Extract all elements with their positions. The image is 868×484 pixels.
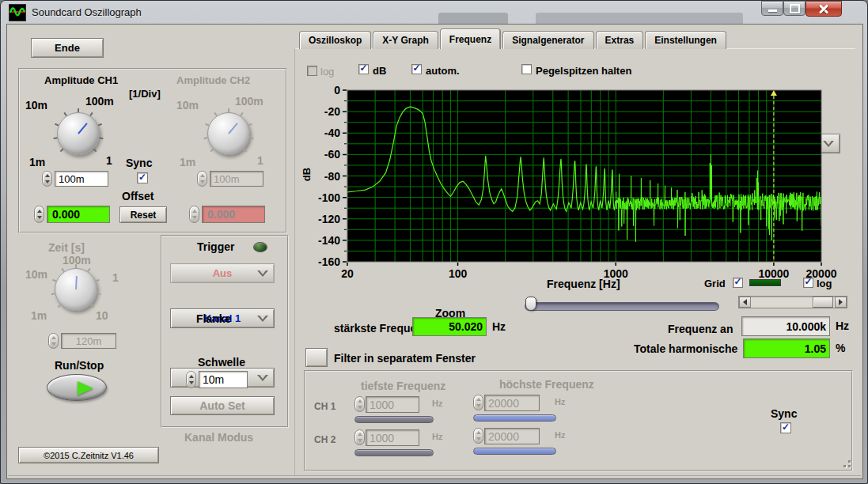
filter-sync-checkbox[interactable]: ✓ bbox=[780, 422, 791, 433]
check-icon: ✓ bbox=[359, 62, 367, 74]
flanke-label: Flanke bbox=[196, 312, 231, 325]
tab-signalgenerator[interactable]: Signalgenerator bbox=[502, 31, 593, 49]
svg-text:-100: -100 bbox=[318, 191, 340, 204]
db-checkbox[interactable]: ✓ bbox=[358, 64, 369, 74]
amplitude-ch2-knob bbox=[203, 108, 255, 160]
ch1-high-value: 20000 bbox=[484, 395, 540, 411]
log-checkbox bbox=[307, 66, 317, 76]
svg-text:-80: -80 bbox=[324, 170, 340, 183]
ch2-high-spinner bbox=[473, 428, 483, 444]
svg-text:100: 100 bbox=[449, 267, 468, 280]
resize-grip[interactable] bbox=[841, 458, 852, 469]
maximize-icon bbox=[790, 4, 800, 13]
copyright-button[interactable]: ©2015 C.Zeitnitz V1.46 bbox=[18, 447, 159, 463]
knob-tick-label: 1m bbox=[29, 156, 45, 168]
peaks-checkbox-label: Pegelspitzen halten bbox=[536, 65, 631, 77]
chart-hscrollbar[interactable] bbox=[738, 296, 847, 308]
check-icon: ✓ bbox=[782, 422, 790, 433]
grid-checkbox[interactable]: ✓ bbox=[733, 278, 743, 288]
panel-divider-vertical bbox=[294, 48, 295, 476]
db-checkbox-label: dB bbox=[373, 65, 386, 77]
hz-label: Hz bbox=[432, 399, 442, 408]
freq-at-unit: Hz bbox=[836, 320, 849, 332]
ch1-low-spinner bbox=[354, 396, 365, 412]
hz-label: Hz bbox=[555, 397, 565, 406]
offset-ch1-value[interactable]: 0.000 bbox=[47, 206, 110, 223]
scroll-right-button[interactable] bbox=[835, 297, 847, 308]
autom-checkbox-label: autom. bbox=[426, 65, 460, 77]
knob-tick-label: 1m bbox=[180, 156, 195, 168]
scroll-left-button[interactable] bbox=[739, 297, 751, 308]
ch1-row-label: CH 1 bbox=[314, 401, 335, 412]
amplitude-unit-label: [1/Div] bbox=[129, 88, 161, 100]
titlebar: Soundcard Oszillograph bbox=[1, 1, 868, 24]
x-axis-label: Frequenz [Hz] bbox=[547, 278, 620, 290]
xlog-checkbox[interactable]: ✓ bbox=[803, 278, 813, 288]
knob-tick-label: 1 bbox=[106, 154, 112, 167]
strongest-freq-unit: Hz bbox=[492, 320, 506, 333]
scrollbar-thumb[interactable] bbox=[813, 297, 833, 308]
check-icon: ✓ bbox=[138, 172, 146, 183]
ende-button[interactable]: Ende bbox=[31, 38, 104, 58]
peaks-checkbox[interactable] bbox=[521, 64, 532, 74]
zeit-label: Zeit [s] bbox=[48, 241, 85, 254]
zoom-slider-track[interactable] bbox=[525, 302, 719, 311]
svg-text:-60: -60 bbox=[324, 148, 340, 161]
autom-checkbox[interactable]: ✓ bbox=[411, 64, 422, 74]
reset-button[interactable]: Reset bbox=[119, 206, 167, 223]
svg-text:-20: -20 bbox=[324, 105, 340, 118]
zeit-value: 120m bbox=[61, 333, 116, 349]
svg-text:-40: -40 bbox=[324, 127, 340, 139]
offset-ch1-spinner[interactable] bbox=[34, 206, 44, 223]
ch2-high-value: 20000 bbox=[484, 428, 540, 444]
tab-frequenz[interactable]: Frequenz bbox=[440, 28, 501, 49]
zoom-slider-thumb[interactable] bbox=[525, 297, 536, 311]
background-window-artifact bbox=[536, 13, 743, 24]
trigger-label: Trigger bbox=[197, 240, 234, 253]
freq-at-value: 10.000k bbox=[741, 316, 830, 336]
tab-bar: OszilloskopX-Y GraphFrequenzSignalgenera… bbox=[299, 31, 728, 49]
ch2-high-slider bbox=[473, 448, 556, 455]
amplitude-ch1-spinner[interactable] bbox=[42, 171, 52, 187]
strongest-freq-value: 50.020 bbox=[412, 317, 487, 336]
tab-x-y-graph[interactable]: X-Y Graph bbox=[373, 31, 438, 49]
close-icon bbox=[818, 3, 829, 14]
filter-sync-label: Sync bbox=[771, 407, 797, 420]
schwelle-value[interactable]: 10m bbox=[199, 371, 248, 388]
runstop-button[interactable] bbox=[47, 374, 107, 401]
ch1-high-slider bbox=[473, 414, 556, 422]
thd-label: Totale harmonische bbox=[634, 342, 737, 355]
knob-tick-label: 1 bbox=[257, 154, 263, 167]
tab-extras[interactable]: Extras bbox=[596, 31, 644, 49]
filter-window-button[interactable] bbox=[305, 348, 328, 367]
kanal-modus-label: Kanal Modus bbox=[184, 431, 253, 444]
tab-oszilloskop[interactable]: Oszilloskop bbox=[299, 31, 371, 49]
background-window-artifact bbox=[438, 13, 508, 24]
close-button[interactable] bbox=[805, 1, 842, 17]
minimize-button[interactable] bbox=[761, 1, 783, 16]
hz-label: Hz bbox=[555, 430, 565, 440]
statusline bbox=[8, 475, 861, 477]
trace-color-swatch[interactable] bbox=[749, 279, 781, 286]
ch1-low-value: 1000 bbox=[366, 396, 419, 413]
tab-einstellungen[interactable]: Einstellungen bbox=[645, 31, 726, 49]
check-icon: ✓ bbox=[733, 276, 741, 287]
ch1-low-slider bbox=[354, 416, 434, 423]
sync-checkbox[interactable]: ✓ bbox=[137, 172, 148, 183]
knob-tick-label: 1m bbox=[31, 309, 47, 322]
amplitude-ch1-knob[interactable] bbox=[52, 108, 104, 160]
knob-tick-label: 10m bbox=[176, 99, 199, 112]
trigger-mode-select: Aus bbox=[170, 263, 275, 283]
freq-at-label: Frequenz an bbox=[668, 323, 733, 335]
schwelle-spinner[interactable] bbox=[186, 371, 196, 388]
app-icon bbox=[9, 4, 26, 21]
grid-label: Grid bbox=[704, 278, 726, 289]
amplitude-ch2-value: 100m bbox=[210, 171, 263, 187]
window-title: Soundcard Oszillograph bbox=[32, 6, 142, 18]
maximize-button[interactable] bbox=[783, 1, 805, 16]
xlog-checkbox-label: log bbox=[817, 278, 832, 289]
svg-text:-160: -160 bbox=[318, 255, 340, 268]
high-freq-header: höchste Frequenz bbox=[499, 378, 594, 391]
amplitude-ch1-value[interactable]: 100m bbox=[55, 171, 108, 187]
spectrum-plot[interactable]: 0-20-40-60-80-100-120-140-16020100100010… bbox=[300, 83, 841, 292]
